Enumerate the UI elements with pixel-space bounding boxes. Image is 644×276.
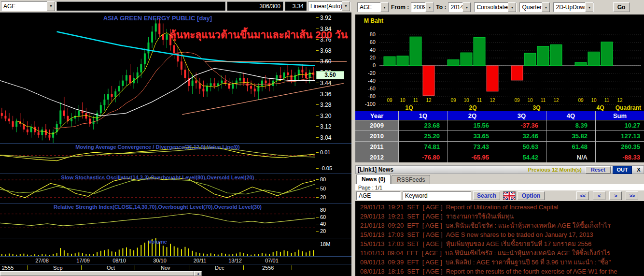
first-page-button[interactable]: << — [576, 191, 589, 200]
news-symbol-input[interactable] — [356, 191, 401, 200]
news-item[interactable]: 11/01/1309:04EFT[ AGE ]บล.ฟินันเซียไซรัส… — [355, 248, 644, 258]
close-icon[interactable]: X — [635, 166, 643, 174]
bar-year-label: 09 — [448, 98, 459, 103]
table-cell: 23.68 — [399, 120, 448, 131]
news-tag: [ AGE ] — [422, 258, 442, 267]
axis-label: -0.05 — [320, 165, 332, 171]
chart-title: ASIA GREEN ENERGY PUBLIC [day] — [0, 15, 315, 22]
table-cell: 127.13 — [596, 131, 644, 141]
chevron-down-icon[interactable]: ▼ — [542, 2, 550, 12]
to-label: To : — [436, 4, 446, 11]
news-tag: [ AGE ] — [422, 239, 442, 248]
table-cell: 74.81 — [399, 142, 448, 152]
table-cell: 61.48 — [546, 142, 595, 152]
view-mode-combo[interactable]: 2D-UpDown ▼ — [553, 2, 594, 12]
volume-title: Volume — [0, 239, 315, 245]
from-year-combo[interactable]: 2009 ▼ — [411, 2, 434, 12]
news-keyword-input[interactable] — [403, 191, 471, 200]
news-tag: [ AGE ] — [422, 248, 442, 258]
news-src: EFT — [407, 258, 419, 267]
y-axis-label: 0 — [358, 62, 376, 68]
quarter-label: 3Q — [511, 104, 562, 111]
scale-combo[interactable]: Linear(Auto) ▼ — [308, 1, 350, 11]
news-item[interactable]: 29/01/1319:21SET[ AGE ]รายงานการใช้เงินเ… — [355, 212, 644, 221]
period-combo[interactable]: Quarter ▼ — [519, 2, 550, 12]
news-titlebar: [Link1] News Previous 12 Month(s) Reset … — [355, 165, 644, 174]
news-title: Report of Utilization of Increased Capit… — [446, 203, 559, 212]
chevron-down-icon[interactable]: ▼ — [508, 2, 516, 12]
chevron-down-icon[interactable]: ▼ — [47, 1, 55, 11]
go-button[interactable]: Go — [613, 2, 630, 12]
search-button[interactable]: Search — [473, 191, 500, 200]
chevron-down-icon[interactable]: ▼ — [342, 1, 350, 11]
value-field: 3.34 — [285, 1, 307, 11]
news-title: Report on the results of the fourth exer… — [446, 267, 617, 276]
last-page-button[interactable]: >> — [626, 191, 638, 200]
next-page-button[interactable]: > — [609, 191, 622, 200]
uk-flag-icon[interactable] — [503, 191, 516, 200]
stochastics-title: Slow Stochastics Oscillator(14,3,3),Over… — [0, 174, 315, 180]
volume-panel: Volume 18M — [0, 238, 351, 257]
chevron-down-icon[interactable]: ▼ — [380, 2, 389, 12]
table-cell: 50.63 — [497, 142, 546, 152]
symbol-combo-right[interactable]: AGE ▼ — [357, 2, 389, 12]
month-label: Oct — [107, 265, 115, 271]
news-tag: [ AGE ] — [422, 203, 442, 212]
date-label: 07/01 — [263, 258, 280, 263]
news-date: 29/01/13 — [360, 212, 385, 221]
table-cell: 73.43 — [448, 142, 497, 152]
table-cell: -88.33 — [596, 152, 644, 162]
symbol-combo[interactable]: AGE ▼ — [1, 1, 56, 11]
table-year-cell: 2009 — [355, 120, 398, 131]
news-item[interactable]: 15/01/1317:03SET[ AGE ]AGE S new shares … — [355, 230, 644, 239]
table-cell: -37.36 — [497, 120, 546, 131]
date-label: 17/09 — [74, 258, 92, 263]
news-item[interactable]: 15/01/1317:03SET[ AGE ]หุ้นเพิ่มทุนของ A… — [355, 239, 644, 248]
table-cell: 10.27 — [596, 120, 644, 131]
tab-news[interactable]: News (0) — [356, 174, 391, 184]
news-item[interactable]: 09/01/1309:39EFT[ AGE ]บล.ฟิลลิป : AGE ร… — [355, 258, 644, 267]
y-axis-label: 60 — [358, 39, 376, 45]
table-header-cell: 3Q — [497, 111, 546, 120]
volume-axis-label: 18M — [320, 241, 330, 247]
price-axis-tick — [316, 126, 319, 127]
reset-button[interactable]: Reset — [586, 166, 611, 174]
consolidated-combo[interactable]: Consolidated ▼ — [474, 2, 517, 12]
table-year-cell: 2010 — [355, 131, 398, 141]
table-cell: -76.80 — [399, 152, 448, 162]
news-panel-title: [Link1] News — [358, 166, 393, 173]
chart-area: ASIA GREEN ENERGY PUBLIC [day] 3.923.843… — [0, 13, 351, 271]
price-axis-label: 3.12 — [320, 123, 331, 130]
news-src: SET — [407, 239, 419, 248]
news-item[interactable]: 08/01/1318:16SET[ AGE ]Report on the res… — [355, 267, 644, 276]
table-cell: 8.39 — [546, 120, 595, 131]
news-item[interactable]: 29/01/1319:21SET[ AGE ]Report of Utiliza… — [355, 203, 644, 212]
option-button[interactable]: Option — [518, 191, 545, 200]
bar-year-label: 10 — [397, 98, 408, 103]
price-axis-label: 3.36 — [320, 91, 331, 98]
news-src: SET — [407, 267, 419, 276]
axis-tick — [316, 224, 319, 224]
out-button[interactable]: OUT — [613, 166, 632, 174]
month-label: Nov — [161, 265, 170, 271]
price-axis-tick — [316, 61, 319, 61]
axis-tick — [316, 210, 319, 210]
news-title: รายงานการใช้เงินเพิ่มทุน — [446, 212, 514, 221]
news-item[interactable]: 21/01/1309:20EFT[ AGE ]บล.ฟินันเซียไซรัส… — [355, 221, 644, 230]
table-cell: -65.95 — [448, 152, 497, 162]
price-axis-label: 3.28 — [320, 102, 331, 108]
horizontal-scrollbar[interactable]: ◄ — [0, 271, 351, 276]
scrollbar-left-arrow-icon[interactable]: ◄ — [194, 271, 202, 276]
chevron-down-icon[interactable]: ▼ — [585, 2, 593, 12]
to-year-combo[interactable]: 2014 ▼ — [448, 2, 471, 12]
scrollbar-thumb[interactable] — [0, 271, 194, 276]
news-time: 17:03 — [388, 230, 404, 239]
chevron-down-icon[interactable]: ▼ — [425, 2, 434, 12]
prev-page-button[interactable]: < — [593, 191, 605, 200]
chevron-down-icon[interactable]: ▼ — [462, 2, 471, 12]
tab-rssfeeds[interactable]: RSSFeeds — [392, 175, 430, 184]
price-axis-tick — [316, 137, 319, 138]
bar-year-label: 09 — [384, 98, 395, 103]
news-date: 09/01/13 — [360, 258, 385, 267]
table-header-cell: Year — [355, 111, 398, 120]
